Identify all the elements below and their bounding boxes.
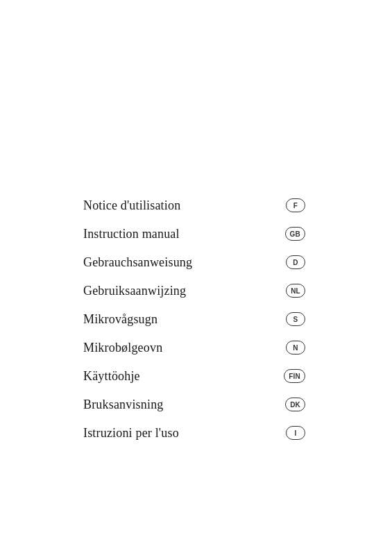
menu-item-label: Instruction manual xyxy=(83,227,180,241)
menu-item-badge: NL xyxy=(286,284,305,298)
menu-item-label: Gebruiksaanwijzing xyxy=(83,284,186,298)
menu-item[interactable]: GebrauchsanweisungD xyxy=(83,248,305,277)
menu-item-label: Notice d'utilisation xyxy=(83,198,180,213)
language-menu-list: Notice d'utilisationFInstruction manualG… xyxy=(83,191,305,447)
menu-item-label: Mikrovågsugn xyxy=(83,312,157,327)
menu-item-label: Gebrauchsanweisung xyxy=(83,255,192,270)
menu-item[interactable]: Istruzioni per l'usoI xyxy=(83,419,305,447)
menu-item-label: Mikrobølgeovn xyxy=(83,341,162,355)
menu-item[interactable]: GebruiksaanwijzingNL xyxy=(83,277,305,305)
menu-item-badge: D xyxy=(286,255,305,269)
menu-item-label: Istruzioni per l'uso xyxy=(83,426,179,441)
menu-item-badge: F xyxy=(286,198,305,212)
menu-item[interactable]: MikrobølgeovnN xyxy=(83,334,305,362)
menu-item[interactable]: KäyttöohjeFIN xyxy=(83,362,305,391)
page-container: Notice d'utilisationFInstruction manualG… xyxy=(0,0,392,555)
menu-item-label: Käyttöohje xyxy=(83,369,140,384)
menu-item[interactable]: BruksanvisningDK xyxy=(83,391,305,419)
menu-item-badge: S xyxy=(286,312,305,326)
menu-item-badge: DK xyxy=(285,398,305,411)
menu-item-badge: FIN xyxy=(284,369,305,383)
menu-item[interactable]: MikrovågsugnS xyxy=(83,305,305,334)
menu-item-label: Bruksanvisning xyxy=(83,398,164,412)
menu-item[interactable]: Instruction manualGB xyxy=(83,220,305,248)
menu-item-badge: I xyxy=(286,426,305,440)
menu-item-badge: N xyxy=(286,341,305,355)
menu-item-badge: GB xyxy=(285,227,305,241)
menu-item[interactable]: Notice d'utilisationF xyxy=(83,191,305,220)
